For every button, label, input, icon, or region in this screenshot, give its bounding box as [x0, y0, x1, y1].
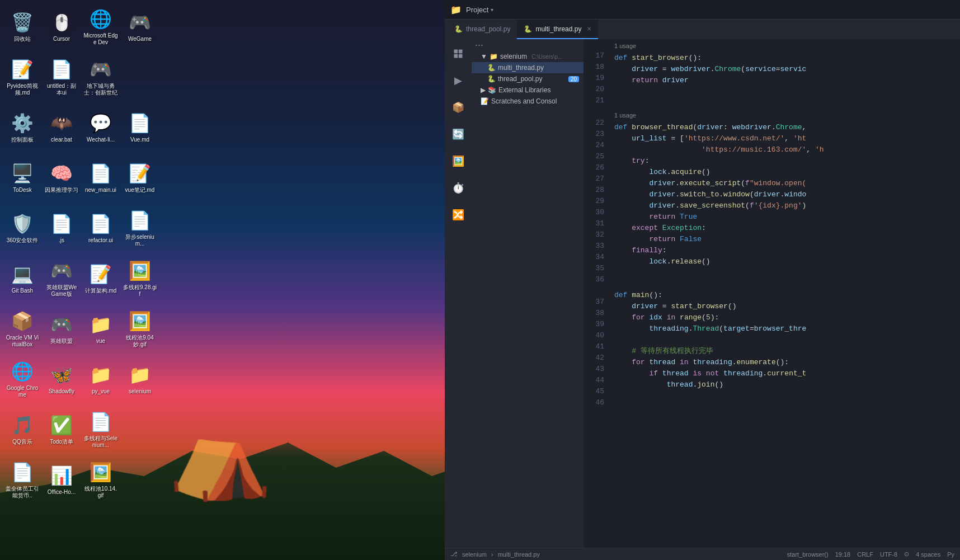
desktop-icon-gitbash[interactable]: 💻 Git Bash: [3, 255, 42, 302]
desktop-icon-newmain[interactable]: 📄 new_main.ui: [81, 154, 120, 201]
desktop-icon-empty2: [120, 406, 159, 453]
desktop-icon-refactor[interactable]: 📄 refactor.ui: [81, 204, 120, 252]
officehome-label: Office-Ho...: [48, 489, 76, 496]
desktop-icon-virtualbox[interactable]: 📦 Oracle VM VirtualBox: [3, 305, 42, 352]
desktop-icon-qqmusic[interactable]: 🎵 QQ音乐: [3, 406, 42, 453]
code-line-32: return False: [614, 234, 949, 245]
desktop-icon-shadowfly[interactable]: 🦋 Shadowfly: [42, 355, 81, 403]
activity-packages[interactable]: 📦: [448, 97, 468, 117]
recycle-bin-icon: 🗑️: [11, 11, 34, 34]
desktop-icon-360[interactable]: 🛡️ 360安全软件: [3, 204, 42, 252]
tab-thread-pool[interactable]: 🐍 thread_pool.py: [448, 20, 517, 39]
activity-terminal[interactable]: 🖼️: [448, 151, 468, 171]
edge-dev-icon: 🌐: [89, 7, 112, 31]
ln-29: 29: [583, 196, 604, 207]
desktop-icon-vuenotes[interactable]: 📝 vue笔记.md: [120, 154, 159, 201]
wechat-label: Wechat-li...: [87, 137, 115, 143]
code-editor[interactable]: 17 18 19 20 21 22 23 24 25 26 27 28 29: [583, 39, 960, 548]
desktop-icon-todo[interactable]: ✅ Todo清单: [42, 406, 81, 453]
code-line-38: driver = start_browser(): [614, 301, 949, 312]
tree-item-multithread[interactable]: 🐍 multi_thread.py: [472, 62, 583, 73]
ln-40: 40: [583, 330, 604, 341]
multi-thread-tab-close[interactable]: ✕: [587, 26, 591, 32]
desktop-icon-xianchengchi-gif[interactable]: 🖼️ 线程池9.04妙.gif: [120, 305, 159, 352]
desktop-icon-mindmap[interactable]: 🧠 因果推理学习: [42, 154, 81, 201]
code-line-33: finally:: [614, 245, 949, 256]
tree-item-threadpool[interactable]: 🐍 thread_pool.py 20: [472, 73, 583, 84]
multithread-file-label: multi_thread.py: [498, 64, 544, 72]
ln-25: 25: [583, 151, 604, 162]
code-line-27: driver.execute_script(f"window.open(: [614, 178, 949, 189]
desktop-icon-xianchengchi2[interactable]: 🖼️ 线程池10.14.gif: [81, 456, 120, 503]
tab-multi-thread[interactable]: 🐍 multi_thread.py ✕: [517, 20, 598, 39]
ln-20: 20: [583, 84, 604, 95]
desktop-icon-officehome[interactable]: 📊 Office-Ho...: [42, 456, 81, 503]
line-numbers: 17 18 19 20 21 22 23 24 25 26 27 28 29: [583, 39, 609, 408]
vuemd-label: Vue.md: [130, 137, 149, 143]
desktop-icon-dizhi[interactable]: 🎮 地下城与勇士：创新世纪: [81, 53, 120, 101]
desktop-icon-untitled[interactable]: 📄 untitled：副本ui: [42, 53, 81, 101]
ln-26: 26: [583, 162, 604, 173]
file-tree-menu[interactable]: ···: [472, 39, 583, 51]
external-expand-icon: ▶: [481, 86, 486, 94]
ln-36: 36: [583, 274, 604, 285]
tree-item-scratches[interactable]: 📝 Scratches and Consol: [472, 96, 583, 107]
ln-32: 32: [583, 229, 604, 241]
tree-item-external[interactable]: ▶ 📚 External Libraries: [472, 84, 583, 96]
tree-root[interactable]: ▼ 📁 selenium C:\Users\p...: [472, 51, 583, 62]
activity-run[interactable]: ▶: [448, 70, 468, 91]
code-line-31: except Exception:: [614, 223, 949, 234]
activity-clock[interactable]: ⏱️: [448, 178, 468, 198]
vuenotes-icon: 📝: [128, 162, 152, 185]
ln-34: 34: [583, 252, 604, 263]
ide-main: ▶ 📦 🔄 🖼️ ⏱️ 🔀 ··· ▼ 📁 selenium C:\Users\…: [445, 39, 960, 548]
desktop-icon-vuemd[interactable]: 📄 Vue.md: [120, 103, 159, 151]
ln-43: 43: [583, 364, 604, 375]
activity-explorer[interactable]: [448, 44, 468, 64]
desktop-icon-clearbat[interactable]: 🦇 clear.bat: [42, 103, 81, 151]
folder-icon: 📁: [450, 4, 462, 15]
ide-topbar: 📁 Project ▾: [445, 0, 960, 20]
ln-42: 42: [583, 352, 604, 364]
desktop-icon-py-vue[interactable]: 📁 py_vue: [81, 355, 120, 403]
code-content: 17 18 19 20 21 22 23 24 25 26 27 28 29: [583, 39, 960, 408]
desktop-icon-vue-folder[interactable]: 📁 vue: [81, 305, 120, 352]
ide-panel: 📁 Project ▾ 🐍 thread_pool.py 🐍 multi_thr…: [445, 0, 960, 560]
desktop-icon-pyvideo[interactable]: 📝 Pyvideo简视频.md: [3, 53, 42, 101]
desktop-icon-multithread[interactable]: 📄 多线程与Selenium...: [81, 406, 120, 453]
scratches-icon: 📝: [481, 97, 489, 105]
desktop-icon-todesk[interactable]: 🖥️ ToDesk: [3, 154, 42, 201]
usage-hint-1: 1 usage: [614, 39, 949, 53]
code-line-34: lock.release(): [614, 256, 949, 267]
activity-settings[interactable]: 🔀: [448, 205, 468, 225]
desktop-icon-js[interactable]: 📄 .js: [42, 204, 81, 252]
desktop-icon-edge-dev[interactable]: 🌐 Microsoft Edge Dev: [81, 3, 120, 50]
activity-git[interactable]: 🔄: [448, 124, 468, 144]
desktop-icon-wechat[interactable]: 💬 Wechat-li...: [81, 103, 120, 151]
desktop-icon-lol[interactable]: 🎮 英雄联盟: [42, 305, 81, 352]
desktop-icon-controlpanel[interactable]: ⚙️ 控制面板: [3, 103, 42, 151]
desktop-icon-duoxiancheng-gif[interactable]: 🖼️ 多线程9.28.gif: [120, 255, 159, 302]
desktop-icon-recycle-bin[interactable]: 🗑️ 回收站: [3, 3, 42, 50]
desktop-icon-wegame[interactable]: 🎮 WeGame: [120, 3, 159, 50]
desktop-icon-cursor[interactable]: 🖱️ Cursor: [42, 3, 81, 50]
qqmusic-icon: 🎵: [11, 413, 34, 437]
clearbat-icon: 🦇: [50, 111, 73, 135]
jisuan-icon: 📝: [89, 262, 112, 286]
ln-38: 38: [583, 308, 604, 319]
ln-45: 45: [583, 386, 604, 397]
desktop-icon-chrome[interactable]: 🌐 Google Chrome: [3, 355, 42, 403]
desktop-icon-selenium-folder[interactable]: 📁 selenium: [120, 355, 159, 403]
lol-wegame-label: 英雄联盟WeGame版: [44, 284, 79, 298]
desktop-icon-lol-wegame[interactable]: 🎮 英雄联盟WeGame版: [42, 255, 81, 302]
ln-31: 31: [583, 218, 604, 229]
desktop-icon-quanzhan[interactable]: 📄 盖全体员工引能货币..: [3, 456, 42, 503]
lol-wegame-icon: 🎮: [50, 259, 73, 283]
status-right: start_browser() 19:18 CRLF UTF-8 ⊙ 4 spa…: [787, 550, 954, 558]
thread-pool-tab-icon: 🐍: [454, 25, 463, 33]
desktop-icon-selenium-async[interactable]: 📄 异步selenium...: [120, 204, 159, 252]
newmain-label: new_main.ui: [85, 187, 116, 194]
desktop-icon-jisuan[interactable]: 📝 计算架构.md: [81, 255, 120, 302]
qqmusic-label: QQ音乐: [12, 439, 32, 445]
todesk-label: ToDesk: [13, 187, 31, 194]
